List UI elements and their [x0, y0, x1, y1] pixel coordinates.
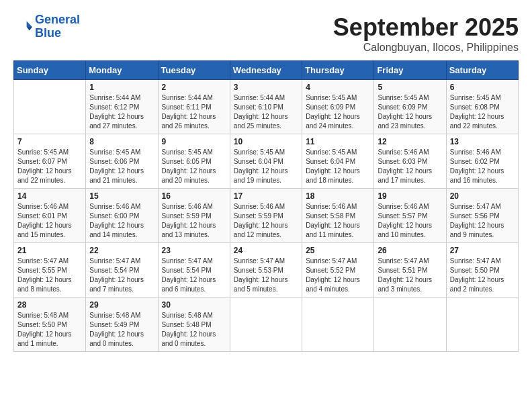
day-info-text: Sunset: 5:54 PM [162, 266, 226, 275]
day-info-text: Daylight: 12 hours [234, 112, 298, 122]
day-number: 22 [89, 246, 154, 255]
calendar-cell: 16Sunrise: 5:46 AMSunset: 5:59 PMDayligh… [158, 189, 230, 243]
calendar-cell: 11Sunrise: 5:45 AMSunset: 6:04 PMDayligh… [302, 134, 374, 189]
day-info-text: and 27 minutes. [89, 122, 154, 131]
day-info-text: Sunset: 6:02 PM [450, 157, 515, 167]
day-info-text: Sunset: 6:04 PM [234, 157, 298, 167]
day-info-text: Daylight: 12 hours [378, 112, 442, 122]
day-header-friday: Friday [374, 61, 446, 80]
day-number: 2 [162, 83, 226, 92]
day-number: 1 [89, 83, 154, 92]
day-info-text: Sunrise: 5:46 AM [17, 202, 82, 212]
day-info-text: Sunset: 6:12 PM [89, 103, 154, 112]
calendar-body: 1Sunrise: 5:44 AMSunset: 6:12 PMDaylight… [14, 80, 519, 352]
calendar-cell: 5Sunrise: 5:45 AMSunset: 6:09 PMDaylight… [374, 80, 446, 134]
day-info-text: Sunrise: 5:48 AM [89, 311, 154, 320]
calendar-cell: 20Sunrise: 5:47 AMSunset: 5:56 PMDayligh… [446, 189, 518, 243]
day-info-text: and 5 minutes. [234, 285, 298, 294]
day-info-text: Daylight: 12 hours [17, 167, 82, 176]
calendar-cell: 30Sunrise: 5:48 AMSunset: 5:48 PMDayligh… [158, 298, 230, 352]
day-info-text: Sunrise: 5:47 AM [378, 257, 442, 266]
day-info-text: Daylight: 12 hours [378, 221, 442, 230]
day-info-text: Sunrise: 5:45 AM [306, 93, 370, 103]
day-info-text: Sunrise: 5:46 AM [378, 148, 442, 157]
day-number: 19 [378, 191, 442, 201]
svg-marker-1 [27, 27, 32, 31]
calendar-cell [374, 298, 446, 352]
day-info-text: Sunrise: 5:47 AM [306, 257, 370, 266]
day-number: 4 [306, 83, 370, 92]
day-info-text: and 0 minutes. [162, 339, 226, 349]
day-info-text: Sunset: 6:08 PM [450, 103, 515, 112]
day-number: 27 [450, 246, 515, 255]
day-info-text: Sunset: 6:05 PM [162, 157, 226, 167]
calendar-cell: 24Sunrise: 5:47 AMSunset: 5:53 PMDayligh… [230, 243, 302, 298]
day-info-text: Daylight: 12 hours [162, 330, 226, 339]
day-info-text: Sunset: 6:03 PM [378, 157, 442, 167]
day-info-text: Sunset: 5:52 PM [306, 266, 370, 275]
svg-marker-0 [27, 21, 32, 26]
day-info-text: Daylight: 12 hours [89, 330, 154, 339]
calendar-cell: 26Sunrise: 5:47 AMSunset: 5:51 PMDayligh… [374, 243, 446, 298]
calendar-cell [302, 298, 374, 352]
day-info-text: and 13 minutes. [162, 230, 226, 240]
day-number: 8 [89, 137, 154, 146]
day-info-text: Daylight: 12 hours [234, 167, 298, 176]
calendar-cell [14, 80, 86, 134]
day-info-text: Daylight: 12 hours [234, 221, 298, 230]
logo: General Blue [13, 13, 80, 40]
day-info-text: Sunrise: 5:45 AM [89, 148, 154, 157]
day-info-text: Sunset: 5:59 PM [234, 212, 298, 221]
day-info-text: Daylight: 12 hours [306, 167, 370, 176]
day-info-text: Daylight: 12 hours [17, 221, 82, 230]
day-info-text: Sunset: 5:49 PM [89, 320, 154, 330]
day-number: 13 [450, 137, 515, 146]
day-number: 10 [234, 137, 298, 146]
calendar-cell: 8Sunrise: 5:45 AMSunset: 6:06 PMDaylight… [86, 134, 158, 189]
day-info-text: Sunrise: 5:45 AM [450, 93, 515, 103]
week-row-2: 7Sunrise: 5:45 AMSunset: 6:07 PMDaylight… [14, 134, 519, 189]
day-info-text: Sunrise: 5:45 AM [162, 148, 226, 157]
day-info-text: and 22 minutes. [450, 122, 515, 131]
day-number: 21 [17, 246, 82, 255]
day-info-text: and 20 minutes. [162, 176, 226, 185]
day-info-text: Sunset: 6:09 PM [378, 103, 442, 112]
calendar-cell: 27Sunrise: 5:47 AMSunset: 5:50 PMDayligh… [446, 243, 518, 298]
calendar-cell: 13Sunrise: 5:46 AMSunset: 6:02 PMDayligh… [446, 134, 518, 189]
calendar-cell: 9Sunrise: 5:45 AMSunset: 6:05 PMDaylight… [158, 134, 230, 189]
calendar-header-row: SundayMondayTuesdayWednesdayThursdayFrid… [14, 61, 519, 80]
day-info-text: Daylight: 12 hours [89, 221, 154, 230]
title-area: September 2025 Calongbuyan, Ilocos, Phil… [333, 13, 519, 54]
day-info-text: Sunrise: 5:46 AM [306, 202, 370, 212]
day-info-text: Daylight: 12 hours [450, 221, 515, 230]
calendar-cell [446, 298, 518, 352]
day-info-text: Daylight: 12 hours [306, 112, 370, 122]
day-info-text: and 16 minutes. [450, 176, 515, 185]
calendar-table: SundayMondayTuesdayWednesdayThursdayFrid… [13, 60, 519, 352]
day-info-text: Daylight: 12 hours [89, 167, 154, 176]
day-info-text: Sunrise: 5:47 AM [234, 257, 298, 266]
day-number: 24 [234, 246, 298, 255]
day-info-text: and 15 minutes. [17, 230, 82, 240]
calendar-cell: 19Sunrise: 5:46 AMSunset: 5:57 PMDayligh… [374, 189, 446, 243]
day-header-thursday: Thursday [302, 61, 374, 80]
day-info-text: Sunset: 6:06 PM [89, 157, 154, 167]
day-info-text: Daylight: 12 hours [162, 167, 226, 176]
day-info-text: Sunrise: 5:44 AM [89, 93, 154, 103]
calendar-cell: 12Sunrise: 5:46 AMSunset: 6:03 PMDayligh… [374, 134, 446, 189]
header: General Blue September 2025 Calongbuyan,… [13, 13, 519, 54]
day-info-text: Sunset: 6:09 PM [306, 103, 370, 112]
calendar-cell: 15Sunrise: 5:46 AMSunset: 6:00 PMDayligh… [86, 189, 158, 243]
day-info-text: and 4 minutes. [306, 285, 370, 294]
day-info-text: Sunrise: 5:48 AM [17, 311, 82, 320]
day-info-text: Daylight: 12 hours [89, 275, 154, 285]
day-info-text: Sunrise: 5:46 AM [89, 202, 154, 212]
day-info-text: Sunset: 5:53 PM [234, 266, 298, 275]
day-number: 26 [378, 246, 442, 255]
day-info-text: and 17 minutes. [378, 176, 442, 185]
day-header-sunday: Sunday [14, 61, 86, 80]
day-info-text: and 0 minutes. [89, 339, 154, 349]
calendar-cell: 25Sunrise: 5:47 AMSunset: 5:52 PMDayligh… [302, 243, 374, 298]
day-info-text: Sunset: 5:48 PM [162, 320, 226, 330]
day-info-text: Sunset: 6:11 PM [162, 103, 226, 112]
